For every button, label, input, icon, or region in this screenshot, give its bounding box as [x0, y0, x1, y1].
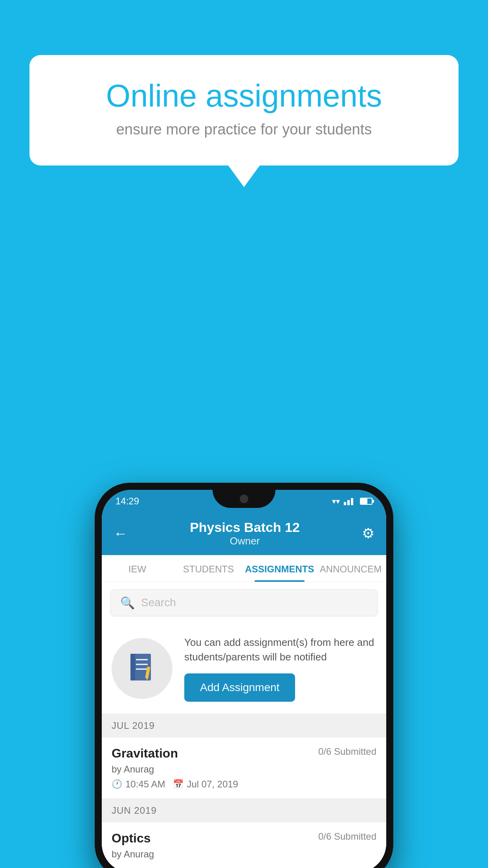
search-container: 🔍 Search — [102, 582, 386, 623]
front-camera — [240, 495, 248, 503]
back-button[interactable]: ← — [114, 525, 128, 542]
add-assignment-description: You can add assignment(s) from here and … — [184, 635, 376, 665]
status-bar: 14:29 ▾▾ — [102, 490, 386, 513]
signal-icon — [344, 497, 355, 505]
assignment-title-optics: Optics — [112, 831, 151, 846]
section-header-jul: JUL 2019 — [102, 714, 386, 737]
phone-screen: 14:29 ▾▾ ← Physics Batch — [102, 490, 386, 868]
settings-icon[interactable]: ⚙ — [362, 525, 374, 542]
search-placeholder: Search — [141, 596, 176, 609]
calendar-icon: 📅 — [173, 779, 183, 789]
assignment-header: Gravitation 0/6 Submitted — [112, 746, 376, 761]
add-assignment-section: You can add assignment(s) from here and … — [102, 623, 386, 714]
phone-wrapper: 14:29 ▾▾ ← Physics Batch — [95, 483, 393, 868]
assignment-submitted: 0/6 Submitted — [318, 746, 376, 757]
assignment-item-gravitation[interactable]: Gravitation 0/6 Submitted by Anurag 🕐 10… — [102, 737, 386, 799]
tab-students[interactable]: STUDENTS — [173, 555, 244, 582]
notch-cutout — [213, 490, 275, 508]
assignment-author: by Anurag — [112, 764, 376, 775]
battery-icon — [360, 498, 372, 505]
assignment-icon-circle — [112, 638, 172, 699]
wifi-icon: ▾▾ — [332, 497, 340, 506]
search-icon: 🔍 — [120, 596, 135, 610]
assignment-submitted-optics: 0/6 Submitted — [318, 831, 376, 842]
assignment-date: 📅 Jul 07, 2019 — [173, 779, 238, 790]
phone-device: 14:29 ▾▾ ← Physics Batch — [95, 483, 393, 868]
speech-bubble-subtitle: ensure more practice for your students — [61, 121, 427, 138]
assignment-author-optics: by Anurag — [112, 849, 376, 860]
header-center: Physics Batch 12 Owner — [190, 520, 300, 547]
speech-bubble-title: Online assignments — [61, 79, 427, 113]
speech-bubble-container: Online assignments ensure more practice … — [29, 55, 459, 187]
speech-bubble-arrow — [228, 166, 260, 187]
search-bar[interactable]: 🔍 Search — [110, 589, 378, 616]
add-assignment-button[interactable]: Add Assignment — [184, 673, 295, 702]
tab-assignments[interactable]: ASSIGNMENTS — [244, 555, 315, 582]
section-header-jun: JUN 2019 — [102, 799, 386, 822]
speech-bubble: Online assignments ensure more practice … — [29, 55, 459, 166]
assignment-title: Gravitation — [112, 746, 178, 761]
assignment-time: 🕐 10:45 AM — [112, 779, 165, 790]
status-time: 14:29 — [116, 496, 139, 507]
tab-announcements[interactable]: ANNOUNCEM — [315, 555, 386, 582]
header-title: Physics Batch 12 — [190, 520, 300, 535]
assignment-item-optics[interactable]: Optics 0/6 Submitted by Anurag — [102, 822, 386, 868]
assignment-meta: 🕐 10:45 AM 📅 Jul 07, 2019 — [112, 779, 376, 790]
status-icons: ▾▾ — [332, 497, 372, 506]
svg-rect-1 — [130, 654, 135, 680]
header-subtitle: Owner — [190, 535, 300, 547]
add-assignment-content: You can add assignment(s) from here and … — [184, 635, 376, 702]
assignment-header-optics: Optics 0/6 Submitted — [112, 831, 376, 846]
app-header: ← Physics Batch 12 Owner ⚙ — [102, 513, 386, 555]
notebook-icon — [127, 652, 157, 685]
tabs-container: IEW STUDENTS ASSIGNMENTS ANNOUNCEM — [102, 555, 386, 582]
clock-icon: 🕐 — [112, 779, 122, 789]
tab-iew[interactable]: IEW — [102, 555, 173, 582]
